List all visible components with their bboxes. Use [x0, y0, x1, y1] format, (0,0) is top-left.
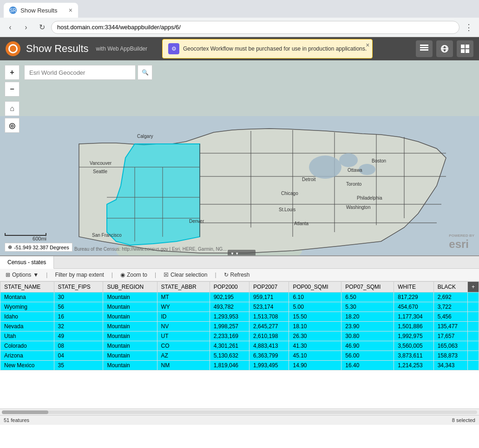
table-row[interactable]: Colorado08MountainCO4,301,2614,883,41341…	[0, 341, 479, 351]
home-button[interactable]: ⌂	[5, 101, 20, 116]
horizontal-scrollbar[interactable]	[0, 409, 479, 415]
cell-state-name: Montana	[0, 292, 54, 302]
esri-logo: POWERED BY esri	[449, 234, 474, 251]
coord-icon: ⊕	[8, 244, 12, 250]
col-black[interactable]: BLACK	[433, 282, 467, 292]
table-area: Census - states ⊞ Options ▼ | Filter by …	[0, 255, 479, 425]
cell-state-abbr: CO	[157, 341, 210, 351]
tab-favicon-text: SR	[10, 8, 16, 13]
app-logo-inner	[8, 44, 18, 53]
cell-pop2000: 2,233,169	[210, 331, 249, 341]
tab-close-button[interactable]: ×	[69, 6, 72, 14]
widget-tool-button[interactable]	[457, 40, 473, 57]
svg-rect-1	[420, 47, 428, 48]
zoom-in-button[interactable]: +	[5, 65, 20, 80]
table-row[interactable]: Idaho16MountainID1,293,9531,513,70815.50…	[0, 312, 479, 322]
cell-black: 158,873	[433, 351, 467, 361]
table-row[interactable]: Arizona04MountainAZ5,130,6326,363,79945.…	[0, 351, 479, 361]
cell-state-name: New Mexico	[0, 361, 54, 370]
cell-state-name: Utah	[0, 331, 54, 341]
locate-button[interactable]: ◎	[5, 118, 20, 133]
filter-label: Filter by map extent	[55, 272, 104, 278]
census-states-tab[interactable]: Census - states	[0, 256, 54, 269]
data-table: STATE_NAME STATE_FIPS SUB_REGION STATE_A…	[0, 281, 479, 370]
cell-white: 1,214,253	[394, 361, 433, 370]
cell-pop07-sqmi: 46.90	[341, 341, 394, 351]
notification-banner: ⚙ Geocortex Workflow must be purchased f…	[162, 39, 373, 58]
svg-text:Boston: Boston	[372, 158, 386, 163]
scrollbar-track[interactable]	[2, 410, 477, 414]
cell-white: 454,670	[394, 302, 433, 312]
cell-state-fips: 16	[54, 312, 103, 322]
refresh-icon: ↻	[224, 272, 229, 278]
cell-pop00-sqmi: 45.10	[289, 351, 341, 361]
table-row[interactable]: Nevada32MountainNV1,998,2572,645,27718.1…	[0, 322, 479, 331]
cell-state-fips: 35	[54, 361, 103, 370]
active-tab[interactable]: SR Show Results ×	[4, 3, 78, 18]
tab-bar: SR Show Results ×	[0, 0, 479, 18]
col-state-abbr[interactable]: STATE_ABBR	[157, 282, 210, 292]
col-sub-region[interactable]: SUB_REGION	[103, 282, 157, 292]
basemap-tool-button[interactable]	[436, 40, 453, 57]
scrollbar-thumb[interactable]	[2, 410, 48, 414]
search-input[interactable]	[24, 65, 136, 80]
cell-white: 1,992,975	[394, 331, 433, 341]
table-row[interactable]: Wyoming56MountainWY493,782523,1745.005.3…	[0, 302, 479, 312]
browser-toolbar: ‹ › ↻ ⋮	[0, 18, 479, 37]
forward-button[interactable]: ›	[20, 21, 33, 34]
table-row[interactable]: Montana30MountainMT902,195959,1716.106.5…	[0, 292, 479, 302]
cell-pop00-sqmi: 18.10	[289, 322, 341, 331]
col-state-fips[interactable]: STATE_FIPS	[54, 282, 103, 292]
cell-extra	[467, 331, 479, 341]
cell-state-abbr: UT	[157, 331, 210, 341]
col-state-name[interactable]: STATE_NAME	[0, 282, 54, 292]
map-container[interactable]: Gulf of Mexico Vancouver Seattle San Fra…	[0, 60, 479, 255]
cell-sub-region: Mountain	[103, 361, 157, 370]
col-pop2007[interactable]: POP2007	[249, 282, 289, 292]
col-pop2000[interactable]: POP2000	[210, 282, 249, 292]
esri-wordmark: esri	[449, 238, 469, 250]
map-attribution: Bureau of the Census: http://www.census.…	[74, 247, 442, 252]
col-white[interactable]: WHITE	[394, 282, 433, 292]
search-bar: 🔍	[24, 65, 152, 80]
cell-extra	[467, 292, 479, 302]
svg-text:Atlanta: Atlanta	[294, 221, 309, 226]
clear-selection-button[interactable]: ☒ Clear selection	[162, 271, 209, 279]
zoom-to-button[interactable]: ◉ Zoom to	[118, 271, 149, 279]
filter-button[interactable]: Filter by map extent	[53, 271, 105, 279]
options-button[interactable]: ⊞ Options ▼	[4, 271, 40, 279]
browser-menu-button[interactable]: ⋮	[462, 21, 475, 34]
search-button[interactable]: 🔍	[138, 65, 152, 80]
coordinates-display: ⊕ -51.949 32.387 Degrees	[5, 243, 72, 252]
refresh-button[interactable]: ↻	[35, 21, 48, 34]
cell-pop07-sqmi: 56.00	[341, 351, 394, 361]
cell-state-name: Wyoming	[0, 302, 54, 312]
notification-close-button[interactable]: ×	[366, 41, 369, 49]
cell-pop2000: 5,130,632	[210, 351, 249, 361]
grid-icon: ⊞	[6, 272, 10, 278]
cell-pop00-sqmi: 41.30	[289, 341, 341, 351]
table-row[interactable]: New Mexico35MountainNM1,819,0461,993,495…	[0, 361, 479, 370]
table-scroll[interactable]: STATE_NAME STATE_FIPS SUB_REGION STATE_A…	[0, 281, 479, 409]
cell-white: 817,229	[394, 292, 433, 302]
col-pop07-sqmi[interactable]: POP07_SQMI	[341, 282, 394, 292]
clear-label: Clear selection	[171, 272, 207, 278]
table-row[interactable]: Utah49MountainUT2,233,1692,610,19826.303…	[0, 331, 479, 341]
total-features: 51 features	[4, 417, 29, 423]
add-column-button[interactable]: +	[467, 282, 479, 292]
back-button[interactable]: ‹	[4, 21, 17, 34]
cell-pop2007: 959,171	[249, 292, 289, 302]
refresh-label: Refresh	[230, 272, 250, 278]
cell-pop2000: 902,195	[210, 292, 249, 302]
layers-tool-button[interactable]	[416, 40, 433, 57]
refresh-button[interactable]: ↻ Refresh	[222, 271, 252, 279]
col-pop00-sqmi[interactable]: POP00_SQMI	[289, 282, 341, 292]
cell-pop00-sqmi: 6.10	[289, 292, 341, 302]
svg-text:Toronto: Toronto	[346, 182, 362, 187]
map-svg: Gulf of Mexico Vancouver Seattle San Fra…	[0, 60, 479, 255]
tab-favicon: SR	[9, 6, 17, 14]
cell-sub-region: Mountain	[103, 322, 157, 331]
powered-by-text: POWERED BY	[449, 234, 474, 238]
zoom-out-button[interactable]: −	[5, 82, 20, 97]
address-bar[interactable]	[51, 21, 459, 34]
